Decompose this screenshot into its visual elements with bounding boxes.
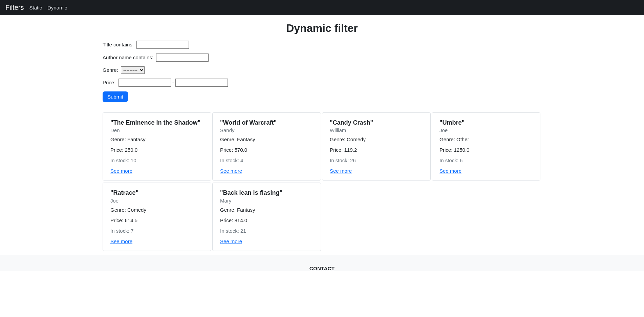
filter-form: Title contains: Author name contains: Ge… xyxy=(103,41,541,102)
navbar-brand[interactable]: Filters xyxy=(5,4,24,12)
footer: CONTACT xyxy=(0,255,644,271)
book-title: "Candy Crash" xyxy=(330,119,423,127)
book-genre: Genre: Fantasy xyxy=(220,207,313,213)
book-author: Joe xyxy=(110,198,203,204)
page-title: Dynamic filter xyxy=(103,22,541,35)
book-card: "The Eminence in the Shadow"DenGenre: Fa… xyxy=(103,112,211,181)
book-genre: Genre: Comedy xyxy=(330,136,423,142)
title-input[interactable] xyxy=(136,41,189,49)
genre-select[interactable]: --------- xyxy=(121,66,145,74)
book-price: Price: 614.5 xyxy=(110,217,203,223)
genre-label: Genre: xyxy=(103,67,118,73)
see-more-link[interactable]: See more xyxy=(439,168,461,174)
book-genre: Genre: Other xyxy=(439,136,533,142)
book-price: Price: 250.0 xyxy=(110,147,203,153)
book-author: Joe xyxy=(439,127,533,133)
book-card: "Umbre"JoeGenre: OtherPrice: 1250.0In st… xyxy=(432,112,540,181)
book-stock: In stock: 10 xyxy=(110,157,203,163)
book-author: William xyxy=(330,127,423,133)
submit-button[interactable]: Submit xyxy=(103,91,128,102)
see-more-link[interactable]: See more xyxy=(110,168,132,174)
nav-link-dynamic[interactable]: Dynamic xyxy=(47,5,67,10)
price-min-input[interactable] xyxy=(119,79,171,87)
book-price: Price: 570.0 xyxy=(220,147,313,153)
book-grid: "The Eminence in the Shadow"DenGenre: Fa… xyxy=(103,112,541,252)
navbar: Filters Static Dynamic xyxy=(0,0,644,15)
book-genre: Genre: Fantasy xyxy=(220,136,313,142)
book-price: Price: 1250.0 xyxy=(439,147,533,153)
book-title: "World of Warcraft" xyxy=(220,119,313,127)
book-stock: In stock: 26 xyxy=(330,157,423,163)
footer-contact-heading: CONTACT xyxy=(0,266,644,271)
see-more-link[interactable]: See more xyxy=(220,238,242,244)
author-label: Author name contains: xyxy=(103,55,153,60)
book-author: Mary xyxy=(220,198,313,204)
book-title: "The Eminence in the Shadow" xyxy=(110,119,203,127)
see-more-link[interactable]: See more xyxy=(110,238,132,244)
book-author: Den xyxy=(110,127,203,133)
divider xyxy=(103,109,541,109)
price-max-input[interactable] xyxy=(175,79,228,87)
book-card: "World of Warcraft"SandyGenre: FantasyPr… xyxy=(212,112,321,181)
see-more-link[interactable]: See more xyxy=(220,168,242,174)
book-stock: In stock: 21 xyxy=(220,228,313,234)
author-input[interactable] xyxy=(156,54,209,62)
book-stock: In stock: 6 xyxy=(439,157,533,163)
book-stock: In stock: 4 xyxy=(220,157,313,163)
price-separator: - xyxy=(172,80,174,85)
book-genre: Genre: Fantasy xyxy=(110,136,203,142)
book-card: "Back lean is flasing"MaryGenre: Fantasy… xyxy=(212,183,321,251)
book-card: "Ratrace"JoeGenre: ComedyPrice: 614.5In … xyxy=(103,183,211,251)
book-title: "Ratrace" xyxy=(110,189,203,197)
price-label: Price: xyxy=(103,80,115,85)
book-stock: In stock: 7 xyxy=(110,228,203,234)
see-more-link[interactable]: See more xyxy=(330,168,352,174)
nav-link-static[interactable]: Static xyxy=(29,5,42,10)
book-card: "Candy Crash"WilliamGenre: ComedyPrice: … xyxy=(322,112,431,181)
book-genre: Genre: Comedy xyxy=(110,207,203,213)
book-price: Price: 814.0 xyxy=(220,217,313,223)
book-title: "Back lean is flasing" xyxy=(220,189,313,197)
book-author: Sandy xyxy=(220,127,313,133)
title-label: Title contains: xyxy=(103,42,134,47)
book-title: "Umbre" xyxy=(439,119,533,127)
book-price: Price: 119.2 xyxy=(330,147,423,153)
